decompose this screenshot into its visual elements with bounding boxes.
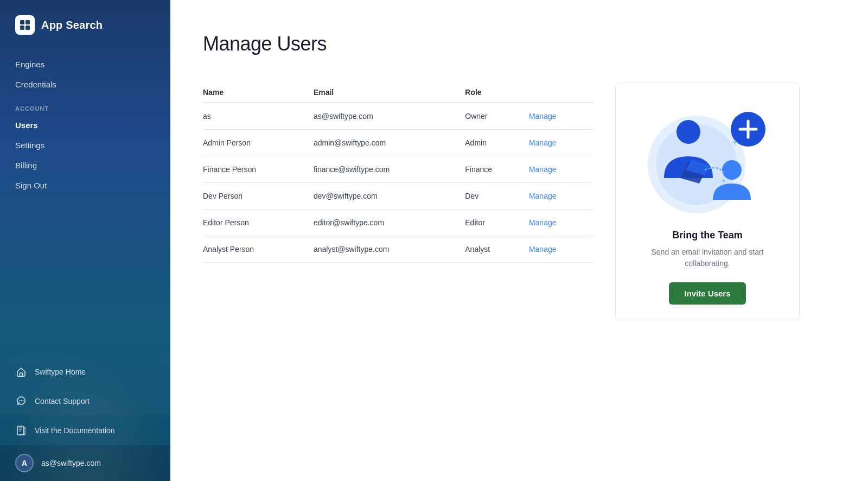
app-logo[interactable] xyxy=(15,15,35,35)
table-body: as as@swiftype.com Owner Manage Admin Pe… xyxy=(203,103,593,263)
cell-manage: Manage xyxy=(529,103,593,130)
cell-name: as xyxy=(203,103,314,130)
col-role: Role xyxy=(465,83,529,103)
home-icon xyxy=(15,366,27,378)
svg-text:+: + xyxy=(721,176,726,185)
table-row: Analyst Person analyst@swiftype.com Anal… xyxy=(203,236,593,263)
cell-role: Admin xyxy=(465,130,529,156)
manage-link[interactable]: Manage xyxy=(529,245,557,254)
avatar: A xyxy=(15,454,34,472)
cell-manage: Manage xyxy=(529,236,593,263)
sidebar-item-docs[interactable]: Visit the Documentation xyxy=(0,416,170,445)
content-area: Name Email Role as as@swiftype.com Owner… xyxy=(203,83,835,320)
support-label: Contact Support xyxy=(35,397,90,406)
cell-name: Admin Person xyxy=(203,130,314,156)
cell-email: admin@swiftype.com xyxy=(314,130,465,156)
invite-users-button[interactable]: Invite Users xyxy=(669,282,745,305)
cell-email: finance@swiftype.com xyxy=(314,156,465,183)
sidebar-item-users[interactable]: Users xyxy=(0,115,170,135)
logo-icon xyxy=(19,19,31,31)
cell-name: Dev Person xyxy=(203,183,314,210)
cell-role: Dev xyxy=(465,183,529,210)
table-row: Finance Person finance@swiftype.com Fina… xyxy=(203,156,593,183)
cell-manage: Manage xyxy=(529,210,593,236)
sidebar-item-settings[interactable]: Settings xyxy=(0,135,170,155)
manage-link[interactable]: Manage xyxy=(529,138,557,147)
manage-link[interactable]: Manage xyxy=(529,165,557,174)
sidebar-item-signout[interactable]: Sign Out xyxy=(0,175,170,195)
svg-rect-3 xyxy=(25,26,30,30)
svg-point-18 xyxy=(722,160,742,180)
cell-manage: Manage xyxy=(529,156,593,183)
cell-manage: Manage xyxy=(529,183,593,210)
svg-point-8 xyxy=(23,400,24,401)
cell-email: analyst@swiftype.com xyxy=(314,236,465,263)
users-table-container: Name Email Role as as@swiftype.com Owner… xyxy=(203,83,593,263)
svg-rect-4 xyxy=(20,373,23,376)
sidebar-item-home[interactable]: Swiftype Home xyxy=(0,357,170,387)
svg-rect-0 xyxy=(20,20,24,24)
cell-role: Analyst xyxy=(465,236,529,263)
account-section-label: ACCOUNT xyxy=(0,94,170,115)
col-action xyxy=(529,83,593,103)
invite-illustration: + + xyxy=(637,99,778,219)
home-label: Swiftype Home xyxy=(35,368,86,376)
user-email: as@swiftype.com xyxy=(41,459,101,467)
chat-icon xyxy=(15,395,27,407)
cell-role: Finance xyxy=(465,156,529,183)
invite-card: + + Bring the Team Send an email invitat… xyxy=(615,83,800,320)
svg-point-17 xyxy=(676,120,700,144)
invite-card-title: Bring the Team xyxy=(672,230,743,241)
svg-point-6 xyxy=(20,400,21,401)
cell-email: editor@swiftype.com xyxy=(314,210,465,236)
svg-rect-1 xyxy=(25,20,30,24)
cell-name: Finance Person xyxy=(203,156,314,183)
svg-text:+: + xyxy=(732,137,738,148)
sidebar-nav: Engines Credentials ACCOUNT Users Settin… xyxy=(0,46,170,357)
cell-role: Owner xyxy=(465,103,529,130)
cell-email: dev@swiftype.com xyxy=(314,183,465,210)
invite-card-description: Send an email invitation and start colla… xyxy=(629,246,786,269)
cell-email: as@swiftype.com xyxy=(314,103,465,130)
cell-name: Editor Person xyxy=(203,210,314,236)
manage-link[interactable]: Manage xyxy=(529,218,557,227)
sidebar-bottom: Swiftype Home Contact Support xyxy=(0,357,170,481)
col-email: Email xyxy=(314,83,465,103)
sidebar-item-engines[interactable]: Engines xyxy=(0,54,170,74)
table-row: Editor Person editor@swiftype.com Editor… xyxy=(203,210,593,236)
svg-rect-2 xyxy=(20,26,24,30)
sidebar: App Search Engines Credentials ACCOUNT U… xyxy=(0,0,170,481)
cell-role: Editor xyxy=(465,210,529,236)
users-table: Name Email Role as as@swiftype.com Owner… xyxy=(203,83,593,263)
table-row: Dev Person dev@swiftype.com Dev Manage xyxy=(203,183,593,210)
col-name: Name xyxy=(203,83,314,103)
sidebar-header: App Search xyxy=(0,0,170,46)
app-title: App Search xyxy=(41,19,103,31)
sidebar-item-billing[interactable]: Billing xyxy=(0,155,170,175)
cell-name: Analyst Person xyxy=(203,236,314,263)
page-title: Manage Users xyxy=(203,33,835,55)
sidebar-user: A as@swiftype.com xyxy=(0,445,170,481)
manage-link[interactable]: Manage xyxy=(529,112,557,121)
sidebar-item-support[interactable]: Contact Support xyxy=(0,387,170,416)
book-icon xyxy=(15,425,27,436)
main-content: Manage Users Name Email Role as as@swift… xyxy=(170,0,868,481)
cell-manage: Manage xyxy=(529,130,593,156)
table-row: as as@swiftype.com Owner Manage xyxy=(203,103,593,130)
table-header: Name Email Role xyxy=(203,83,593,103)
svg-point-7 xyxy=(21,400,22,401)
table-row: Admin Person admin@swiftype.com Admin Ma… xyxy=(203,130,593,156)
manage-link[interactable]: Manage xyxy=(529,192,557,200)
sidebar-item-credentials[interactable]: Credentials xyxy=(0,74,170,94)
docs-label: Visit the Documentation xyxy=(35,426,115,435)
